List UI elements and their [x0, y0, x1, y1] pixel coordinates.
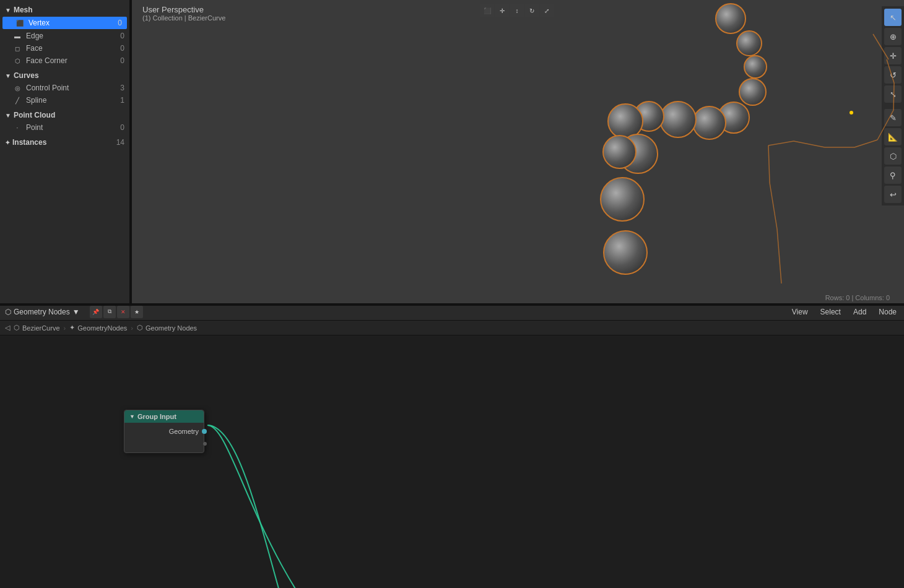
breadcrumb-item-1[interactable]: ✦ GeometryNodes: [69, 324, 127, 332]
group-input-collapse[interactable]: ▼: [129, 413, 135, 420]
add-menu[interactable]: Add: [851, 306, 869, 318]
curves-section: ▼ Curves ◎ Control Point 3 ╱ Spline 1: [0, 68, 129, 108]
geo-nodes-icon: ✦: [69, 324, 75, 332]
select-tool-icon[interactable]: ⬛: [480, 4, 494, 17]
star-icon[interactable]: ★: [131, 306, 143, 318]
wires-layer: [0, 335, 904, 588]
rotate-tool-icon[interactable]: ↻: [525, 4, 539, 17]
vertex-label: Vertex: [28, 19, 50, 27]
group-input-geometry-label: Geometry: [169, 428, 199, 435]
node-tree-icon: ⬡: [137, 324, 143, 332]
spheres-container: [130, 0, 904, 303]
face-corner-count: 0: [120, 56, 124, 65]
face-corner-icon: ⬡: [12, 56, 22, 66]
sphere-11: [600, 177, 645, 222]
breadcrumb-item-2[interactable]: ⬡ Geometry Nodes: [137, 324, 197, 332]
face-label: Face: [26, 44, 43, 53]
node-editor: ⬡ Geometry Nodes ▼ 📌 ⧉ ✕ ★ View Select A…: [0, 303, 904, 588]
editor-type-arrow: ▼: [72, 308, 80, 316]
sphere-12: [603, 230, 648, 275]
face-corner-label: Face Corner: [26, 56, 67, 65]
node-menu[interactable]: Node: [876, 306, 899, 318]
spline-row[interactable]: ╱ Spline 1: [0, 94, 129, 106]
curves-label: Curves: [14, 71, 39, 80]
control-point-label: Control Point: [26, 84, 69, 92]
node-toolbar-icons: 📌 ⧉ ✕ ★: [90, 306, 143, 318]
viewport-mini-toolbar: ⬛ ✛ ↕ ↻ ⤢: [480, 4, 554, 17]
instances-header[interactable]: ✦ Instances 14: [0, 136, 129, 149]
breadcrumb-node-tree: Geometry Nodes: [146, 324, 197, 332]
view-menu[interactable]: View: [789, 306, 811, 318]
breadcrumb-geonodes: GeometryNodes: [77, 324, 127, 332]
spline-icon: ╱: [12, 95, 22, 105]
vertex-row[interactable]: ⬛ Vertex 0: [2, 17, 127, 29]
copy-icon[interactable]: ⧉: [103, 306, 116, 318]
spline-count: 1: [120, 96, 124, 105]
spline-label: Spline: [26, 96, 46, 105]
group-input-node: ▼ Group Input Geometry: [124, 410, 204, 453]
breadcrumb-sep-0: ›: [64, 324, 66, 332]
face-count: 0: [120, 44, 124, 53]
instances-count: 14: [116, 138, 124, 147]
viewport-status: Rows: 0 | Columns: 0: [824, 292, 892, 303]
point-label: Point: [26, 123, 43, 132]
move-tool-icon[interactable]: ↕: [510, 4, 524, 17]
group-input-geometry-row: Geometry: [124, 425, 204, 438]
pin-icon[interactable]: 📌: [90, 306, 102, 318]
group-input-extra-row: [124, 438, 204, 450]
sphere-5: [692, 106, 726, 140]
breadcrumb-sep-1: ›: [131, 324, 133, 332]
point-cloud-label: Point Cloud: [14, 111, 55, 119]
group-input-header: ▼ Group Input: [124, 410, 204, 423]
instances-label: Instances: [12, 138, 46, 147]
delete-icon[interactable]: ✕: [117, 306, 129, 318]
scale-tool-icon[interactable]: ⤢: [540, 4, 554, 17]
select-menu[interactable]: Select: [818, 306, 843, 318]
sphere-2: [744, 55, 767, 79]
viewport-node-divider[interactable]: [0, 303, 904, 306]
face-icon: ◻: [12, 43, 22, 53]
editor-type-selector[interactable]: ⬡ Geometry Nodes ▼: [5, 308, 80, 316]
curves-collapse-arrow: ▼: [5, 72, 11, 79]
instances-icon: ✦: [5, 139, 10, 146]
breadcrumb: ◁ ⬡ BezierCurve › ✦ GeometryNodes › ⬡ Ge…: [0, 321, 904, 335]
instances-section: ✦ Instances 14: [0, 135, 129, 150]
mesh-label: Mesh: [14, 6, 33, 14]
vertex-count: 0: [118, 19, 122, 27]
node-toolbar: ⬡ Geometry Nodes ▼ 📌 ⧉ ✕ ★ View Select A…: [0, 303, 904, 321]
control-point-row[interactable]: ◎ Control Point 3: [0, 82, 129, 94]
editor-type-label: Geometry Nodes: [14, 308, 70, 316]
edge-icon: ▬: [12, 31, 22, 41]
sphere-6: [659, 101, 697, 138]
sphere-3: [739, 78, 767, 106]
mesh-header[interactable]: ▼ Mesh: [0, 4, 129, 16]
mesh-section: ▼ Mesh ⬛ Vertex 0 ▬ Edge 0 ◻ Face 0 ⬡ Fa…: [0, 2, 129, 68]
edge-row[interactable]: ▬ Edge 0: [0, 30, 129, 42]
cursor-tool-icon[interactable]: ✛: [495, 4, 509, 17]
sphere-1: [736, 30, 762, 56]
group-input-geometry-socket: [202, 429, 207, 434]
point-count: 0: [120, 123, 124, 132]
group-input-body: Geometry: [124, 423, 204, 452]
mesh-collapse-arrow: ▼: [5, 7, 11, 14]
face-corner-row[interactable]: ⬡ Face Corner 0: [0, 54, 129, 67]
sphere-0: [715, 3, 746, 34]
editor-type-icon: ⬡: [5, 308, 11, 316]
left-divider: [130, 0, 132, 303]
face-row[interactable]: ◻ Face 0: [0, 42, 129, 54]
edge-label: Edge: [26, 32, 43, 40]
properties-panel: ▼ Mesh ⬛ Vertex 0 ▬ Edge 0 ◻ Face 0 ⬡ Fa…: [0, 0, 130, 303]
point-cloud-collapse-arrow: ▼: [5, 112, 11, 119]
breadcrumb-item-0[interactable]: ⬡ BezierCurve: [14, 324, 60, 332]
edge-count: 0: [120, 32, 124, 40]
node-canvas[interactable]: ▼ Group Input Geometry ▼ Resample Curve: [0, 335, 904, 588]
curves-header[interactable]: ▼ Curves: [0, 69, 129, 82]
control-point-icon: ◎: [12, 83, 22, 93]
breadcrumb-icon: ◁: [5, 324, 10, 332]
point-row[interactable]: · Point 0: [0, 121, 129, 134]
group-input-extra-socket: [203, 442, 207, 446]
breadcrumb-bezier: BezierCurve: [22, 324, 60, 332]
point-cloud-header[interactable]: ▼ Point Cloud: [0, 109, 129, 121]
group-input-title: Group Input: [137, 413, 176, 420]
viewport-3d[interactable]: ⬛ ✛ ↕ ↻ ⤢ User Perspective (1) Collectio…: [130, 0, 904, 303]
